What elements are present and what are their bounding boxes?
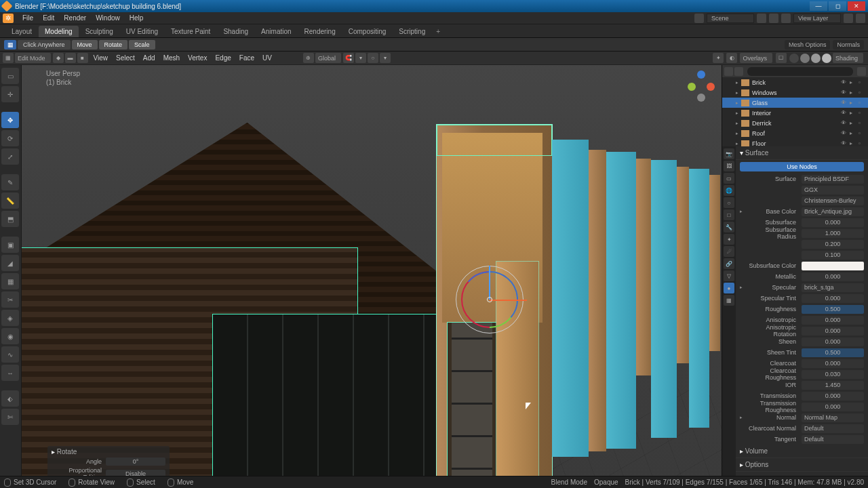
spin-tool[interactable]: ◉ (1, 328, 19, 344)
prop-value[interactable]: 0.000 (802, 218, 864, 227)
measure-tool[interactable]: 📏 (1, 192, 19, 209)
workspace-shading[interactable]: Shading (217, 26, 254, 37)
sel-edge-icon[interactable]: ▬ (65, 53, 76, 63)
viewport-3d[interactable]: User Persp (1) Brick ▸ Rotate Angle0° Pr… (22, 65, 722, 488)
propedit-drop-icon[interactable]: ▾ (380, 53, 391, 63)
scene-del-button[interactable] (769, 14, 778, 23)
normals-drop[interactable]: Normals (833, 40, 864, 49)
tab-material-icon[interactable]: ● (724, 283, 734, 293)
tab-modifier-icon[interactable]: 🔧 (724, 222, 734, 232)
vpmenu-vertex[interactable]: Vertex (184, 54, 211, 62)
sel-face-icon[interactable]: ■ (77, 53, 88, 63)
vpmenu-select[interactable]: Select (112, 54, 139, 62)
tab-constraint-icon[interactable]: 🔗 (724, 258, 734, 269)
prop-value[interactable]: 0.000 (802, 392, 864, 401)
snap-drop-icon[interactable]: ▾ (355, 53, 366, 63)
scene-add-button[interactable] (757, 14, 766, 23)
menu-window[interactable]: Window (91, 14, 125, 22)
cursor-tool[interactable]: ✛ (1, 86, 19, 102)
shading-drop[interactable]: Shading (833, 53, 863, 63)
axis-y-icon[interactable] (688, 83, 696, 91)
loopcut-tool[interactable]: ▦ (1, 273, 19, 289)
transform-tool[interactable]: ✥ (1, 112, 19, 128)
prop-value[interactable]: brick_s.tga (802, 283, 864, 292)
bevel-tool[interactable]: ◢ (1, 255, 19, 271)
shade-render-icon[interactable] (822, 54, 831, 63)
select-icon[interactable]: ▸ (850, 110, 857, 116)
tab-view-icon[interactable]: ▭ (724, 173, 734, 184)
workspace-sculpting[interactable]: Sculpting (79, 26, 119, 37)
overlay-toggle-icon[interactable]: ◐ (726, 53, 737, 63)
select-icon[interactable]: ▸ (850, 100, 857, 106)
prop-value[interactable]: Default (802, 424, 864, 433)
outliner-item-derrick[interactable]: ▸Derrick👁▸▫ (722, 118, 868, 128)
viewlayer-add-button[interactable] (844, 14, 853, 23)
vpmenu-uv[interactable]: UV (258, 54, 276, 62)
filter-icon[interactable] (857, 67, 866, 76)
viewlayer-field[interactable]: View Layer (793, 14, 841, 23)
disable-icon[interactable]: ▫ (859, 79, 866, 85)
prop-value[interactable]: 0.000 (802, 403, 864, 411)
eye-icon[interactable]: 👁 (841, 89, 848, 96)
use-nodes-button[interactable]: Use Nodes (740, 162, 864, 171)
shade-solid-icon[interactable] (800, 54, 810, 63)
shade-lookdev-icon[interactable] (811, 54, 821, 63)
eye-icon[interactable]: 👁 (841, 120, 848, 126)
eye-icon[interactable]: 👁 (841, 130, 848, 136)
select-icon[interactable]: ▸ (850, 130, 857, 136)
smooth-tool[interactable]: ∿ (1, 346, 19, 363)
prop-value[interactable]: 0.000 (802, 272, 864, 281)
prop-value[interactable]: 0.200 (802, 240, 864, 249)
outliner-search[interactable] (747, 67, 853, 76)
shade-wire-icon[interactable] (789, 54, 799, 63)
eye-icon[interactable]: 👁 (841, 110, 848, 116)
prop-value[interactable]: Brick_Antique.jpg (802, 207, 864, 216)
mesh-options[interactable]: Mesh Options (785, 40, 831, 49)
move-button[interactable]: Move (72, 40, 98, 49)
scene-icon[interactable] (694, 14, 704, 23)
propedit-icon[interactable]: ○ (368, 53, 378, 63)
xray-icon[interactable]: ☐ (776, 53, 787, 63)
select-icon[interactable]: ▸ (850, 120, 857, 126)
disable-icon[interactable]: ▫ (859, 140, 866, 146)
select-icon[interactable]: ▸ (850, 140, 857, 146)
prop-value[interactable]: 0.000 (802, 316, 864, 325)
prop-value[interactable]: 0.000 (802, 327, 864, 336)
rotate-button[interactable]: Rotate (99, 40, 128, 49)
prop-value[interactable]: 0.000 (802, 338, 864, 346)
overlays-drop[interactable]: Overlays (740, 53, 772, 63)
editor-type[interactable]: ▦ (3, 53, 14, 63)
viewlayer-del-button[interactable] (856, 14, 865, 23)
eye-icon[interactable]: 👁 (841, 79, 848, 85)
outliner-item-glass[interactable]: ▸Glass👁▸▫ (722, 98, 868, 108)
color-swatch[interactable] (802, 262, 864, 270)
surface-header[interactable]: ▾ Surface (736, 146, 868, 160)
menu-render[interactable]: Render (59, 14, 91, 22)
orientation-dropdown[interactable]: Global (315, 53, 341, 63)
blender-menu-icon[interactable]: ✲ (3, 14, 14, 23)
click-anywhere[interactable]: Click Anywhere (18, 40, 71, 49)
tab-scene-icon[interactable]: 🌐 (724, 185, 734, 196)
maximize-button[interactable]: ◻ (829, 1, 846, 11)
disable-icon[interactable]: ▫ (859, 110, 866, 116)
tool-mesh-icon[interactable]: ▦ (4, 40, 16, 49)
workspace-modeling[interactable]: Modeling (39, 26, 79, 37)
prop-value[interactable]: 0.000 (802, 359, 864, 368)
menu-file[interactable]: File (18, 14, 38, 22)
disable-icon[interactable]: ▫ (859, 100, 866, 106)
workspace-add[interactable]: + (432, 26, 444, 37)
volume-header[interactable]: ▸ Volume (736, 445, 868, 458)
vpmenu-add[interactable]: Add (139, 54, 159, 62)
prop-value[interactable]: 1.000 (802, 229, 864, 238)
axis-neg-icon[interactable] (697, 94, 705, 102)
knife-tool[interactable]: ✂ (1, 291, 19, 308)
prop-value[interactable]: Default (802, 435, 864, 444)
tab-particle-icon[interactable]: ✦ (724, 234, 734, 245)
rotate-tool[interactable]: ⟳ (1, 130, 19, 146)
menu-help[interactable]: Help (125, 14, 149, 22)
prop-value[interactable]: 0.100 (802, 251, 864, 260)
tab-object-icon[interactable]: □ (724, 209, 734, 220)
workspace-rendering[interactable]: Rendering (298, 26, 342, 37)
viewlayer-icon[interactable] (781, 14, 791, 23)
extrude-tool[interactable]: ⬒ (1, 211, 19, 227)
